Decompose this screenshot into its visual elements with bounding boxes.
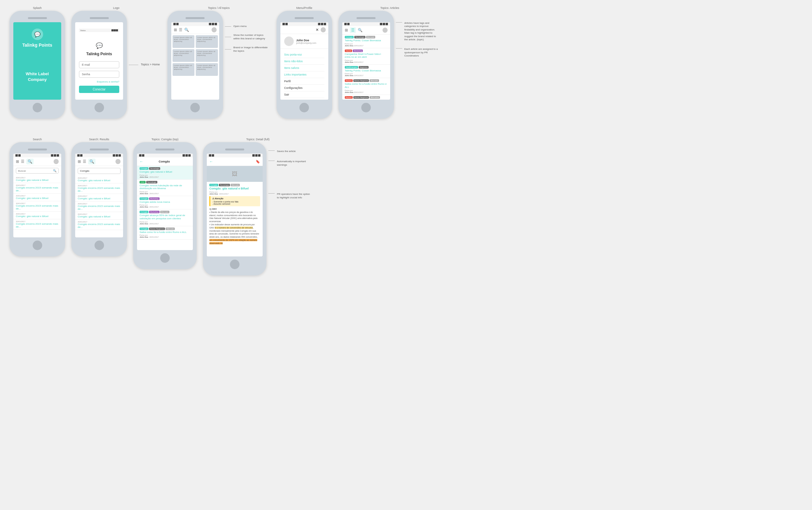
article-title-2: Campanha Shell V-Power Nitro+ entra no a… [345, 53, 388, 59]
search-submit-icon[interactable]: 🔍 [53, 169, 57, 172]
highlight-gnv: é o número de conversões de veículos [215, 227, 253, 229]
topic-card-6[interactable]: Lorem ipsum dolor sit amet, consectetur … [196, 63, 218, 76]
ba-article-1[interactable]: Comgás Tecnologia Comgás: gás natural e … [137, 166, 193, 180]
nav-list-s[interactable]: ☰ [21, 159, 24, 164]
detail-back-button[interactable]: ← [209, 159, 213, 164]
topic-card-2[interactable]: Lorem ipsum dolor sit amet, consectetur … [196, 35, 218, 48]
article-item-2[interactable]: Saúde Marketing Campanha Shell V-Power N… [342, 48, 390, 65]
detail-header: ← 🔖 [207, 158, 263, 166]
article-item-4[interactable]: Raízen Novos Negócios Mercado Saiba como… [342, 78, 390, 94]
back-button-ba[interactable]: ← [140, 159, 143, 164]
menu-item-unread[interactable]: Itens não-lidos [284, 58, 325, 65]
ann-spokespersons: Each article are assigned to a spokesper… [396, 46, 441, 59]
tag-neg: Negócios [359, 66, 368, 68]
sr-filtered-5[interactable]: 20/01/2017 Comgás: gás natural e Bifuel [75, 212, 123, 220]
search-input-bar[interactable]: 🔍 [16, 168, 59, 174]
menu-item-logout[interactable]: Sair [284, 91, 325, 98]
ba-article-4[interactable]: Comgás Marketing Mercado Comgás alcança … [137, 209, 193, 226]
ann-save-text: Saves the article [276, 148, 297, 154]
nav-search-articles[interactable]: 🔍 [358, 28, 363, 32]
ba-tag-gnv: GNV [140, 181, 146, 183]
nav-list-sr[interactable]: ☰ [83, 159, 86, 164]
nav-grid-s[interactable]: ⊞ [16, 159, 19, 164]
search-results-filtered: 20/01/2017 Comgás: gás natural e Bifuel … [75, 176, 123, 230]
phone-label-detail: Topics: Detail (full) [246, 138, 270, 141]
ba-title-2: Comgás renova tubulação da rede de distr… [140, 184, 190, 190]
ba-article-3[interactable]: Comgás Marketing Comgás adota nova marca… [137, 196, 193, 210]
nav-search-active[interactable]: 🔍 [26, 159, 34, 164]
article-tags-5: Raízen Novos Negócios Mercados [345, 96, 388, 99]
nav-grid-articles[interactable]: ⊞ [345, 28, 348, 32]
ba-tag-tech2: Tecnologia [146, 181, 157, 183]
ba-tags-2: GNV Tecnologia [140, 181, 190, 183]
status-bar-ba: ⬛⬛⬛⬛⬛ [137, 153, 193, 158]
article-item-3[interactable]: TotalEnergies Negócios Talinkg Points: C… [342, 65, 390, 78]
ba-tag-mkt: Marketing [149, 197, 159, 200]
search-result-3[interactable]: 20/01/2017 Comgás: gás natural e Bifuel [13, 194, 61, 201]
topic-card-4[interactable]: Lorem ipsum dolor sit amet, consectetur … [196, 49, 218, 62]
brand-filter[interactable]: Comgás [78, 168, 121, 174]
nav-list-articles-active[interactable]: ☰ [350, 27, 356, 33]
phone-wrapper-topics: Topics / All topics ⬛⬛⬛⬛⬛ ⊞ ☰ 🔍 [168, 6, 270, 119]
ba-meta-3: Porta-vozJohn Doe 20/01/2017 [140, 204, 190, 208]
login-password-input[interactable]: Senha [79, 71, 119, 78]
article-item-5[interactable]: Raízen Novos Negócios Mercados Saiba com… [342, 95, 390, 100]
menu-item-settings[interactable]: Configurações [284, 85, 325, 91]
ba-tag-comgas5: Comgás [140, 228, 148, 230]
row-1: Splash 💬 Talinkg Points White LabelCompa… [9, 6, 803, 119]
detail-bookmark[interactable]: 🔖 [255, 160, 260, 164]
result-title-2: Comgás encerra 2015 somando mais de... [16, 186, 59, 192]
ba-meta-5: Porta-vozJohn Doe 20/01/2017 [140, 234, 190, 238]
topic-card-1[interactable]: Lorem ipsum dolor sit amet, consectetur … [173, 35, 195, 48]
nav-avatar[interactable] [212, 27, 217, 32]
login-email-input[interactable]: E-mail [79, 61, 119, 68]
navbar-menu: ✕ [280, 26, 328, 34]
phone-notch-ba [155, 148, 175, 150]
ba-article-5[interactable]: Comgás Novos Negócios Mercado Saiba como… [137, 226, 193, 240]
nav-grid-icon[interactable]: ⊞ [174, 28, 177, 32]
search-result-6[interactable]: 20/01/2017 Comgás encerra 2015 somando m… [13, 219, 61, 230]
menu-item-saved[interactable]: Itens salvos [284, 65, 325, 72]
sr-filtered-1[interactable]: 20/01/2017 Comgás: gás natural e Bifuel [75, 176, 123, 183]
login-forgot-link[interactable]: Esqueceu a senha? [79, 80, 119, 83]
search-result-1[interactable]: 20/01/2017 Comgás: gás natural e Bifuel [13, 175, 61, 183]
search-result-5[interactable]: 20/01/2017 Comgás: gás natural e Bifuel [13, 212, 61, 219]
phone-notch-det [225, 148, 244, 150]
detail-image: 🖼 [207, 166, 263, 182]
search-input[interactable] [18, 169, 52, 172]
article-item-1[interactable]: Comgás Tecnologia Mercado Talinkg Points… [342, 35, 390, 48]
menu-item-spokesperson[interactable]: Sou porta-voz [284, 51, 325, 58]
sr-filtered-6[interactable]: 20/01/2017 Comgás encerra 2015 somando m… [75, 220, 123, 230]
sr-filtered-4[interactable]: 20/01/2017 Comgás encerra 2015 somando m… [75, 201, 123, 212]
nav-search-sr-active[interactable]: 🔍 [88, 159, 95, 164]
splash-screen: 💬 Talinkg Points White LabelCompany [13, 22, 61, 100]
article-meta-4: Porta-vozJohn Doe 20/01/2017 [345, 89, 388, 93]
article-title-3: Talinkg Points: Cosan Biomassa [345, 69, 388, 73]
sr-title-f2: Comgás encerra 2015 somando mais de... [78, 187, 121, 192]
menu-item-links[interactable]: Links importantes [284, 72, 325, 78]
tag-mercado: Mercado [366, 36, 375, 38]
nav-list-icon[interactable]: ☰ [179, 28, 182, 32]
menu-item-profile[interactable]: Perfil [284, 78, 325, 85]
ba-tags-4: Comgás Marketing Mercado [140, 211, 190, 213]
topic-card-3[interactable]: Lorem ipsum dolor sit amet, consectetur … [173, 49, 195, 62]
menu-close-icon[interactable]: ✕ [315, 28, 319, 32]
topics-annotations: Open menu Show the number of topics with… [225, 11, 270, 54]
result-title-4: Comgás encerra 2015 somando mais de... [16, 204, 59, 210]
ba-article-2[interactable]: GNV Tecnologia Comgás renova tubulação d… [137, 180, 193, 196]
detail-body: 1) GNV • Diante da alta nos preços da ga… [209, 207, 260, 245]
sr-filtered-2[interactable]: 20/01/2017 Comgás encerra 2015 somando m… [75, 183, 123, 194]
phone-brand-articles: ⬛⬛⬛⬛⬛ ← Comgás Comgás Tecnologia Comgás:… [133, 142, 197, 269]
search-result-2[interactable]: 20/01/2017 Comgás encerra 2015 somando m… [13, 183, 61, 194]
phone-home-btn-4 [299, 103, 309, 112]
login-connect-button[interactable]: Conectar [79, 86, 119, 93]
nav-search-icon[interactable]: 🔍 [184, 28, 189, 32]
result-title-6: Comgás encerra 2015 somando mais de... [16, 223, 59, 228]
sr-filtered-3[interactable]: 20/01/2017 Comgás: gás natural e Bifuel [75, 194, 123, 201]
article-tags-2: Saúde Marketing [345, 50, 388, 52]
search-result-4[interactable]: 20/01/2017 Comgás encerra 2015 somando m… [13, 201, 61, 212]
phone-notch-s2 [90, 148, 109, 150]
topic-card-5[interactable]: Lorem ipsum dolor sit amet, consectetur … [173, 63, 195, 76]
phone-login: Status⬛⬛⬛ 💬 Talinkg Points E-mail Senha … [71, 11, 127, 119]
nav-grid-sr[interactable]: ⊞ [78, 159, 81, 164]
